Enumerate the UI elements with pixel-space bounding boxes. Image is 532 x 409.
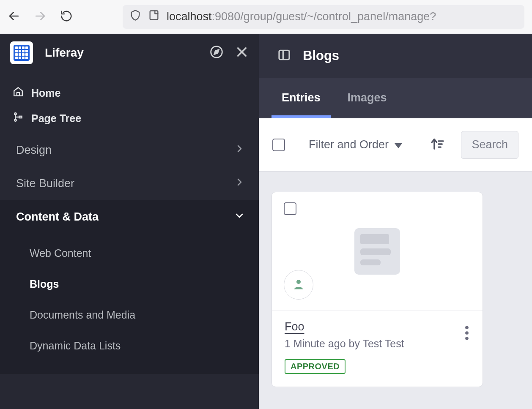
tree-icon — [13, 112, 24, 125]
nav-page-tree-label: Page Tree — [31, 112, 81, 125]
subnav-blogs[interactable]: Blogs — [0, 269, 259, 300]
back-icon[interactable] — [8, 10, 20, 24]
status-badge: APPROVED — [285, 359, 346, 374]
search-input[interactable]: Search — [461, 131, 518, 159]
section-content-data-label: Content & Data — [16, 210, 99, 224]
avatar — [284, 270, 313, 300]
chevron-right-icon — [234, 177, 244, 190]
svg-marker-13 — [395, 143, 402, 148]
entry-title-link[interactable]: Foo — [285, 320, 470, 333]
nav-home-label: Home — [31, 87, 60, 99]
forward-icon[interactable] — [34, 10, 47, 24]
close-icon[interactable] — [235, 45, 249, 60]
sort-button[interactable] — [430, 137, 444, 153]
sidebar-header: Liferay — [0, 34, 259, 72]
entry-checkbox[interactable] — [284, 202, 296, 215]
caret-down-icon — [395, 138, 402, 151]
card-body: Foo 1 Minute ago by Test Test APPROVED — [272, 311, 483, 387]
card-thumbnail-area — [272, 192, 483, 311]
section-site-builder[interactable]: Site Builder — [0, 167, 259, 200]
tab-entries[interactable]: Entries — [277, 78, 325, 118]
logo[interactable] — [10, 41, 33, 64]
svg-marker-4 — [214, 50, 219, 55]
nav-page-tree[interactable]: Page Tree — [13, 106, 246, 131]
subnav-documents-media[interactable]: Documents and Media — [0, 300, 259, 330]
tabs: Entries Images — [259, 78, 532, 118]
nav-home[interactable]: Home — [13, 80, 246, 106]
main-header: Blogs — [259, 34, 532, 78]
svg-rect-11 — [279, 50, 289, 59]
main: Blogs Entries Images Filter and Order — [259, 34, 532, 409]
svg-rect-2 — [150, 11, 158, 20]
content-data-subnav: Web Content Blogs Documents and Media Dy… — [0, 234, 259, 374]
svg-point-19 — [465, 326, 469, 329]
chevron-right-icon — [234, 144, 244, 157]
svg-point-18 — [296, 280, 301, 284]
subnav-web-content[interactable]: Web Content — [0, 238, 259, 269]
sort-icon — [430, 145, 444, 153]
panel-toggle-icon[interactable] — [277, 48, 291, 63]
chevron-down-icon — [234, 210, 244, 224]
section-content-data[interactable]: Content & Data — [0, 200, 259, 234]
url-text: localhost:9080/group/guest/~/control_pan… — [167, 10, 436, 23]
reload-icon[interactable] — [60, 10, 73, 24]
svg-point-20 — [465, 331, 469, 335]
toolbar: Filter and Order Search — [259, 118, 532, 172]
user-icon — [292, 278, 305, 292]
address-bar[interactable]: localhost:9080/group/guest/~/control_pan… — [123, 5, 524, 29]
sidebar: Liferay Home Page Tree — [0, 34, 259, 409]
entry-meta: 1 Minute ago by Test Test — [285, 338, 470, 350]
entry-actions-button[interactable] — [461, 321, 473, 346]
shield-icon — [129, 9, 141, 24]
section-design-label: Design — [16, 144, 52, 157]
home-icon — [13, 86, 24, 100]
subnav-dynamic-data-lists[interactable]: Dynamic Data Lists — [0, 330, 259, 361]
page-title: Blogs — [303, 48, 339, 63]
select-all-checkbox[interactable] — [272, 139, 285, 151]
svg-point-21 — [465, 337, 469, 340]
page-info-icon — [148, 9, 160, 24]
browser-toolbar: localhost:9080/group/guest/~/control_pan… — [0, 0, 532, 34]
search-placeholder: Search — [472, 138, 508, 151]
section-design[interactable]: Design — [0, 134, 259, 167]
filter-order-label: Filter and Order — [309, 138, 389, 151]
document-thumb-icon — [354, 228, 400, 275]
svg-rect-7 — [17, 93, 20, 96]
brand-name: Liferay — [45, 46, 198, 60]
compass-icon[interactable] — [210, 45, 223, 60]
entry-card: Foo 1 Minute ago by Test Test APPROVED — [271, 192, 483, 387]
section-site-builder-label: Site Builder — [16, 177, 74, 190]
kebab-icon — [465, 335, 469, 342]
filter-order-button[interactable]: Filter and Order — [309, 138, 402, 151]
tab-images[interactable]: Images — [343, 78, 391, 118]
